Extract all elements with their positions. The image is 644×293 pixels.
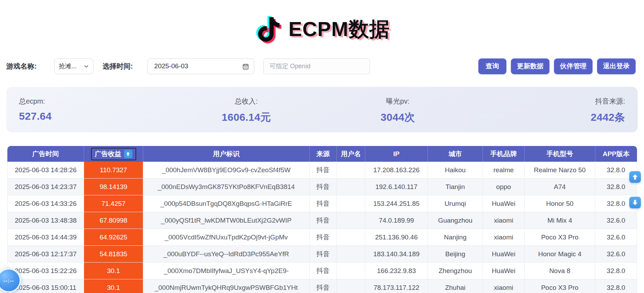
stat-value: 527.64: [19, 110, 171, 122]
cell-source: 抖音: [310, 195, 337, 212]
cell-username: [337, 195, 365, 212]
cell-ip: 192.6.140.117: [365, 179, 428, 195]
header-source: 来源: [310, 146, 337, 162]
cell-ad-revenue: 71.4257: [84, 195, 143, 212]
cell-source: 抖音: [310, 279, 337, 293]
cell-ad-time: 2025-06-03 14:23:37: [7, 179, 84, 195]
logout-button[interactable]: 退出登录: [597, 58, 636, 74]
cell-city: Nanjing: [428, 229, 483, 246]
stat-label: 抖音来源:: [473, 97, 625, 106]
cell-app-version: 32.6.0: [595, 229, 637, 246]
table-row: 2025-06-03 14:23:37 98.14139 _000nEDsWy3…: [7, 179, 637, 195]
cell-user-id: _000p54DBsunTgqDQ8XgBqpsG-HTaGiRrE: [143, 195, 310, 212]
arrow-up-icon: [632, 174, 638, 180]
stat-exposure-pv: 曝光pv: 3044次: [322, 97, 474, 132]
date-picker-input[interactable]: 2025-06-03: [147, 58, 254, 74]
cell-ip: 17.208.163.226: [365, 162, 428, 179]
cell-phone-brand: xiaomi: [483, 212, 525, 229]
cell-phone-brand: realme: [483, 162, 525, 179]
stat-label: 总收入:: [171, 97, 322, 106]
cell-ip: 166.232.9.83: [365, 263, 428, 279]
cell-username: [337, 179, 365, 195]
cell-source: 抖音: [310, 246, 337, 263]
cell-phone-model: Honor Magic 4: [525, 246, 595, 263]
openid-input[interactable]: [263, 58, 370, 74]
cell-phone-brand: HuaWei: [483, 195, 525, 212]
cell-phone-model: Realme Narzo 50: [525, 162, 595, 179]
tiktok-note-icon: [254, 12, 284, 47]
table-row: 2025-06-03 15:22:26 30.1 _000Xmo7DMbIlfy…: [7, 263, 637, 279]
cell-username: [337, 229, 365, 246]
cell-ip: 183.140.34.189: [365, 246, 428, 263]
cell-phone-brand: xiaomi: [483, 279, 525, 293]
header-phone-model: 手机型号: [525, 146, 595, 162]
cell-city: Haikou: [428, 162, 483, 179]
stat-value: 1606.14元: [171, 110, 322, 125]
cell-ad-revenue: 64.92625: [84, 229, 143, 246]
app-header: ECPM数据: [0, 0, 644, 50]
cell-source: 抖音: [310, 212, 337, 229]
cell-ad-revenue: 98.14139: [84, 179, 143, 195]
query-button[interactable]: 查询: [478, 58, 506, 74]
header-ad-revenue-label: 广告收益: [95, 149, 122, 159]
cell-username: [337, 246, 365, 263]
game-name-label: 游戏名称:: [6, 62, 37, 71]
cell-ip: 251.136.90.46: [365, 229, 428, 246]
cell-ip: 78.173.117.122: [365, 279, 428, 293]
cell-ad-time: 2025-06-03 14:33:26: [7, 195, 84, 212]
cell-ad-time: 2025-06-03 13:48:38: [7, 212, 84, 229]
filter-bar: 游戏名称: 抢滩... 选择时间: 2025-06-03 查询 更新数据 伙伴管…: [0, 58, 644, 74]
game-select[interactable]: 抢滩...: [54, 58, 94, 74]
cell-app-version: 32.6.0: [595, 246, 637, 263]
cell-city: Zhengzhou: [428, 263, 483, 279]
cell-city: Tianjin: [428, 179, 483, 195]
action-buttons: 查询 更新数据 伙伴管理 退出登录: [478, 58, 636, 74]
cell-city: Urumqi: [428, 195, 483, 212]
table-row: 2025-06-03 14:44:39 64.92625 _0005VcdI5w…: [7, 229, 637, 246]
cell-phone-brand: xiaomi: [483, 229, 525, 246]
cell-ad-revenue: 30.1: [84, 279, 143, 293]
cell-phone-brand: HuaWei: [483, 246, 525, 263]
page-title: ECPM数据: [289, 16, 390, 43]
cell-user-id: _000NmjRUwmTykQHRq9UxgwPSWBFGb1YHt: [143, 279, 310, 293]
stat-value: 2442条: [473, 110, 625, 125]
cell-user-id: _000hJemVW8BYjj9EO9Gv9-cvZeoSf4f5W: [143, 162, 310, 179]
cell-ad-revenue: 54.81835: [84, 246, 143, 263]
cell-user-id: _000uBYDF--usYeQ--IdRdD3Pc955AeYfR: [143, 246, 310, 263]
chevron-down-icon: [84, 64, 89, 69]
cell-source: 抖音: [310, 263, 337, 279]
revenue-sort-button[interactable]: 广告收益: [91, 148, 136, 160]
cell-user-id: _000Xmo7DMbIlfyfwaJ_USYsY4-qYp2E9-: [143, 263, 310, 279]
cell-ad-revenue: 67.80998: [84, 212, 143, 229]
cell-phone-model: Poco X3 Pro: [525, 229, 595, 246]
cell-ad-time: 2025-06-03 12:17:37: [7, 246, 84, 263]
partner-manage-button[interactable]: 伙伴管理: [554, 58, 593, 74]
cell-ip: 74.0.189.99: [365, 212, 428, 229]
header-ad-revenue: 广告收益: [84, 146, 143, 162]
scroll-up-button[interactable]: [629, 171, 641, 183]
cell-ad-time: 2025-06-03 14:44:39: [7, 229, 84, 246]
cell-app-version: 32.6.0: [595, 212, 637, 229]
cell-phone-model: Mi Mix 4: [525, 212, 595, 229]
cell-city: Guangzhou: [428, 212, 483, 229]
table-row: 2025-06-03 14:33:26 71.4257 _000p54DBsun…: [7, 195, 637, 212]
ecpm-data-table: 广告时间 广告收益 用户标识 来源 用户名 IP 城市 手机品牌 手机型号 AP…: [7, 146, 637, 293]
scroll-down-button[interactable]: [629, 197, 641, 208]
cell-username: [337, 212, 365, 229]
cell-phone-model: Poco X3 Pro: [525, 279, 595, 293]
date-value: 2025-06-03: [154, 62, 188, 70]
calendar-icon[interactable]: [242, 63, 249, 70]
select-time-label: 选择时间:: [103, 62, 133, 71]
header-ip: IP: [365, 146, 428, 162]
stat-total-ecpm: 总ecpm: 527.64: [19, 97, 171, 132]
table-body: 2025-06-03 14:28:26 110.7327 _000hJemVW8…: [7, 162, 637, 293]
update-data-button[interactable]: 更新数据: [511, 58, 549, 74]
cell-source: 抖音: [310, 229, 337, 246]
cell-username: [337, 162, 365, 179]
header-ad-time: 广告时间: [7, 146, 84, 162]
stat-label: 总ecpm:: [19, 97, 171, 106]
cell-phone-model: Nova 8: [525, 263, 595, 279]
header-phone-brand: 手机品牌: [483, 146, 525, 162]
stats-summary-panel: 总ecpm: 527.64 总收入: 1606.14元 曝光pv: 3044次 …: [6, 87, 638, 132]
cell-source: 抖音: [310, 162, 337, 179]
